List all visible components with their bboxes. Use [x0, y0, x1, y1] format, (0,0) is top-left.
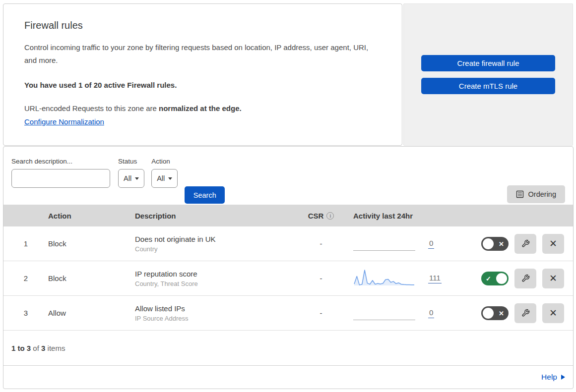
column-header-activity: Activity last 24hr	[346, 212, 457, 220]
column-header-csr: CSR i	[296, 212, 346, 220]
search-button[interactable]: Search	[185, 186, 225, 204]
top-section: Firewall rules Control incoming traffic …	[3, 3, 573, 146]
wrench-icon	[521, 274, 530, 282]
help-row: Help	[3, 365, 573, 389]
column-header-description: Description	[135, 212, 296, 220]
rule-action: Block	[48, 274, 135, 282]
edit-rule-button[interactable]	[514, 269, 536, 288]
csr-header-label: CSR	[308, 212, 324, 220]
rule-description-cell: Allow listed IPs IP Source Address	[135, 304, 296, 322]
close-icon: ✕	[549, 273, 557, 284]
delete-rule-button[interactable]: ✕	[542, 234, 564, 254]
rule-controls: ✕ ✕	[457, 303, 573, 323]
chevron-down-icon	[135, 177, 139, 180]
table-row: 2 Block IP reputation score Country, Thr…	[3, 261, 573, 296]
sparkline-svg	[353, 269, 415, 288]
activity-sparkline-chart	[353, 269, 415, 288]
activity-count-link[interactable]: 0	[428, 308, 434, 318]
firewall-intro-card: Firewall rules Control incoming traffic …	[3, 3, 402, 146]
activity-sparkline-flat	[353, 234, 415, 254]
page-description: Control incoming traffic to your zone by…	[24, 41, 379, 67]
activity-sparkline-flat	[353, 303, 415, 323]
action-label: Action	[151, 158, 178, 165]
arrow-right-icon	[561, 375, 565, 380]
rule-fields: IP Source Address	[135, 315, 296, 322]
activity-count-link[interactable]: 0	[428, 239, 434, 249]
rule-csr: -	[296, 274, 346, 282]
activity-count-link[interactable]: 111	[428, 274, 442, 283]
rule-activity-cell: 0	[346, 303, 457, 323]
delete-rule-button[interactable]: ✕	[542, 303, 564, 323]
search-label: Search description...	[11, 158, 110, 165]
help-link[interactable]: Help	[541, 373, 557, 382]
table-row: 1 Block Does not originate in UK Country…	[3, 226, 573, 261]
range-text: 1 to 3	[11, 344, 31, 352]
create-firewall-rule-button[interactable]: Create firewall rule	[421, 55, 555, 71]
rule-controls: ✓ ✕	[457, 269, 573, 288]
wrench-icon	[521, 309, 530, 317]
rule-description-cell: IP reputation score Country, Threat Scor…	[135, 270, 296, 287]
toggle-knob	[483, 308, 494, 319]
rule-fields: Country, Threat Score	[135, 280, 296, 287]
status-label: Status	[118, 158, 144, 165]
rule-activity-cell: 0	[346, 234, 457, 254]
action-dropdown-value: All	[157, 174, 165, 182]
status-filter-group: Status All	[118, 158, 144, 188]
usage-note: You have used 1 of 20 active Firewall ru…	[24, 81, 381, 89]
filter-bar: Search description... Status All Action …	[3, 147, 573, 205]
toggle-knob	[496, 273, 507, 284]
normalization-text: URL-encoded Requests to this zone are	[24, 104, 159, 112]
column-header-action: Action	[48, 212, 135, 220]
firewall-rules-card: Search description... Status All Action …	[3, 146, 574, 389]
search-input[interactable]	[21, 174, 111, 182]
rule-priority: 1	[3, 239, 48, 248]
info-icon[interactable]: i	[326, 212, 334, 220]
action-dropdown[interactable]: All	[151, 169, 178, 188]
rule-description: Allow listed IPs	[135, 304, 296, 313]
toggle-x-icon: ✕	[499, 240, 504, 247]
edit-rule-button[interactable]	[514, 303, 536, 323]
rule-description: Does not originate in UK	[135, 235, 296, 243]
actions-panel: Create firewall rule Create mTLS rule	[403, 3, 573, 146]
ordering-list-icon	[516, 190, 524, 198]
pagination-summary: 1 to 3 of 3 items	[3, 331, 573, 365]
normalization-bold-text: normalized at the edge.	[159, 104, 242, 112]
ordering-button[interactable]: Ordering	[507, 185, 565, 203]
rule-csr: -	[296, 239, 346, 248]
toggle-check-icon: ✓	[486, 275, 491, 281]
wrench-icon	[521, 239, 530, 248]
rule-enabled-toggle[interactable]: ✕	[481, 306, 509, 320]
edit-rule-button[interactable]	[514, 234, 536, 254]
toggle-knob	[483, 238, 494, 249]
rule-csr: -	[296, 309, 346, 317]
rule-enabled-toggle[interactable]: ✓	[481, 272, 509, 285]
rule-description: IP reputation score	[135, 270, 296, 278]
rule-activity-cell: 111	[346, 269, 457, 288]
normalization-note: URL-encoded Requests to this zone are no…	[24, 104, 381, 112]
action-filter-group: Action All	[151, 158, 178, 188]
items-text: items	[45, 344, 65, 352]
table-header: Action Description CSR i Activity last 2…	[3, 205, 573, 226]
rule-description-cell: Does not originate in UK Country	[135, 235, 296, 253]
table-row: 3 Allow Allow listed IPs IP Source Addre…	[3, 296, 573, 331]
rule-enabled-toggle[interactable]: ✕	[481, 237, 509, 251]
rule-fields: Country	[135, 245, 296, 253]
chevron-down-icon	[168, 177, 172, 180]
ordering-button-label: Ordering	[528, 190, 556, 198]
search-group: Search description...	[11, 158, 110, 188]
page-title: Firewall rules	[24, 20, 381, 31]
configure-normalization-link[interactable]: Configure Normalization	[24, 117, 104, 126]
rule-priority: 2	[3, 274, 48, 282]
rule-action: Block	[48, 239, 135, 248]
rule-controls: ✕ ✕	[457, 234, 573, 254]
rule-action: Allow	[48, 309, 135, 317]
search-box[interactable]	[11, 169, 110, 188]
create-mtls-rule-button[interactable]: Create mTLS rule	[421, 78, 555, 94]
rule-priority: 3	[3, 309, 48, 317]
toggle-x-icon: ✕	[499, 310, 504, 316]
delete-rule-button[interactable]: ✕	[542, 269, 564, 288]
status-dropdown[interactable]: All	[118, 169, 144, 188]
close-icon: ✕	[549, 307, 557, 319]
of-text: of	[31, 344, 41, 352]
close-icon: ✕	[549, 238, 557, 249]
